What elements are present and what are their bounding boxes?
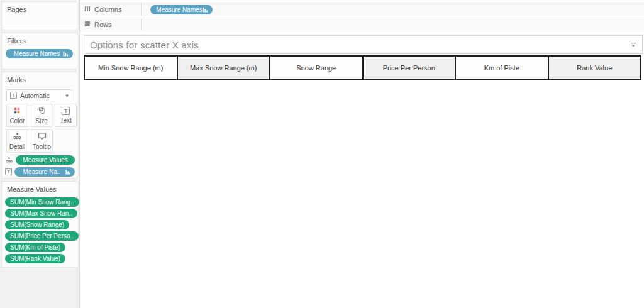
detail-icon — [13, 132, 21, 141]
color-button-label: Color — [9, 118, 25, 124]
tableau-workspace: Pages Filters Measure Names Marks Automa… — [0, 0, 644, 308]
pill-label: SUM(Snow Range) — [10, 220, 64, 229]
filters-shelf[interactable]: Filters Measure Names — [1, 33, 77, 69]
columns-shelf-label: Columns — [80, 3, 142, 16]
measure-values-title: Measure Values — [2, 182, 77, 195]
column-header-label: Max Snow Range (m) — [190, 64, 257, 72]
column-header[interactable]: Rank Value — [549, 57, 641, 79]
marks-buttons-row-2: Detail Tooltip — [6, 129, 77, 153]
pages-shelf[interactable]: Pages — [1, 1, 77, 30]
tooltip-icon — [38, 132, 47, 141]
column-header-label: Snow Range — [296, 64, 336, 72]
sidebar: Pages Filters Measure Names Marks Automa… — [0, 0, 80, 308]
measure-pill[interactable]: SUM(Snow Range) — [5, 220, 69, 229]
rows-shelf[interactable]: Rows — [80, 18, 644, 31]
size-icon — [38, 106, 46, 116]
measure-pill[interactable]: SUM(Km of Piste) — [5, 243, 65, 252]
measure-values-card: Measure Values SUM(Min Snow Rang.. SUM(M… — [1, 181, 77, 268]
measure-pill[interactable]: SUM(Rank Value) — [5, 254, 65, 263]
measure-pill[interactable]: SUM(Price Per Perso.. — [5, 231, 79, 241]
text-icon — [62, 107, 70, 115]
measure-pill[interactable]: SUM(Min Snow Rang.. — [5, 197, 79, 207]
detail-icon — [5, 157, 13, 163]
column-header[interactable]: Min Snow Range (m) — [85, 57, 178, 79]
column-header[interactable]: Km of Piste — [456, 57, 549, 79]
mark-type-dropdown[interactable]: Automatic — [6, 89, 72, 101]
rows-icon — [84, 21, 91, 28]
detail-button[interactable]: Detail — [6, 129, 28, 153]
text-mark-icon — [10, 92, 17, 99]
size-button-label: Size — [35, 118, 47, 124]
pill-label: Measure Na.. — [18, 167, 65, 177]
pages-title: Pages — [2, 2, 77, 16]
filter-pill-measure-names[interactable]: Measure Names — [6, 49, 73, 58]
parameter-control[interactable]: Options for scatter X axis — [84, 35, 643, 54]
columns-icon — [84, 6, 91, 13]
mark-type-value: Automatic — [17, 92, 62, 99]
parameter-dropdown-icon[interactable] — [630, 42, 637, 47]
pill-label: SUM(Min Snow Rang.. — [10, 197, 74, 207]
tooltip-button[interactable]: Tooltip — [31, 129, 53, 153]
tooltip-button-label: Tooltip — [33, 143, 51, 150]
pill-label: SUM(Rank Value) — [10, 254, 60, 263]
chevron-down-icon[interactable] — [62, 90, 72, 101]
size-button[interactable]: Size — [31, 104, 53, 127]
marks-pill-measure-names[interactable]: Measure Na.. — [14, 167, 75, 177]
text-button-label: Text — [60, 117, 72, 124]
marks-pill-row-measure-names: Measure Na.. — [5, 167, 75, 177]
column-header[interactable]: Snow Range — [270, 57, 364, 79]
text-button[interactable]: Text — [55, 104, 77, 127]
columns-shelf[interactable]: Columns Measure Names — [80, 3, 644, 16]
column-header-label: Km of Piste — [484, 64, 519, 72]
column-header-label: Rank Value — [577, 64, 612, 72]
pill-label: Measure Values — [19, 155, 71, 165]
rows-shelf-label: Rows — [80, 18, 142, 31]
color-button[interactable]: Color — [6, 104, 28, 127]
sort-icon — [203, 7, 208, 13]
detail-button-label: Detail — [9, 143, 26, 150]
column-header-label: Price Per Person — [383, 64, 435, 72]
columns-pill-measure-names[interactable]: Measure Names — [150, 5, 213, 14]
column-header[interactable]: Max Snow Range (m) — [178, 57, 271, 79]
pill-label: SUM(Max Snow Ran.. — [10, 209, 72, 218]
measure-names-header-row: Min Snow Range (m) Max Snow Range (m) Sn… — [84, 55, 641, 80]
marks-pill-row-measure-values: Measure Values — [5, 155, 75, 165]
pill-label: SUM(Km of Piste) — [10, 243, 60, 252]
sort-icon — [65, 169, 71, 175]
marks-buttons-row-1: Color Size Text — [6, 104, 77, 127]
column-header-label: Min Snow Range (m) — [98, 64, 163, 72]
marks-title: Marks — [2, 72, 77, 86]
column-header[interactable]: Price Per Person — [364, 57, 457, 79]
text-mark-icon — [5, 168, 12, 175]
color-icon — [13, 107, 21, 116]
filters-title: Filters — [2, 33, 77, 47]
pill-label: SUM(Price Per Perso.. — [10, 231, 74, 241]
pill-label: Measure Names — [11, 49, 63, 58]
columns-label-text: Columns — [94, 6, 121, 13]
marks-pill-measure-values[interactable]: Measure Values — [16, 155, 75, 165]
marks-card: Marks Automatic Color Size — [1, 72, 77, 179]
rows-label-text: Rows — [94, 21, 112, 28]
sort-icon — [63, 51, 69, 57]
measure-pill[interactable]: SUM(Max Snow Ran.. — [5, 209, 77, 218]
pill-label: Measure Names — [156, 5, 203, 14]
parameter-title: Options for scatter X axis — [90, 40, 199, 50]
